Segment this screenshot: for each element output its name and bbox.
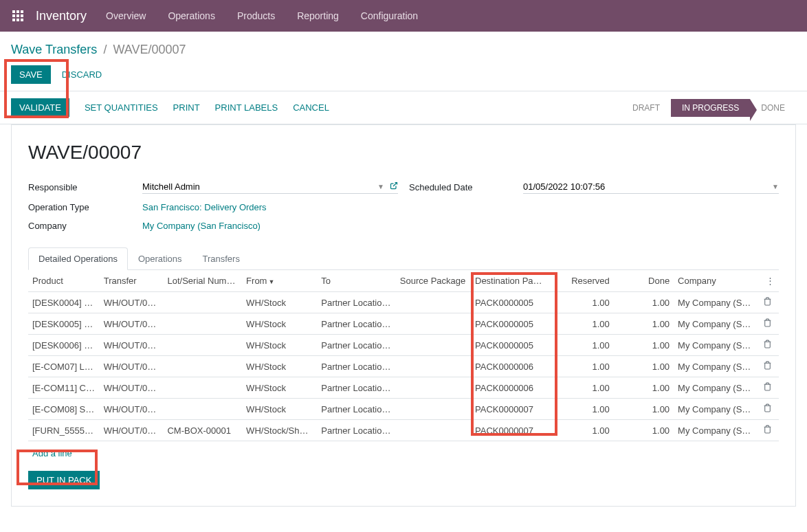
cell-company: My Company (Sa… <box>674 356 756 377</box>
cell-product: [E-COM11] Cab… <box>28 377 100 399</box>
svg-rect-6 <box>12 19 15 21</box>
scheduled-date-input[interactable] <box>523 181 772 192</box>
th-dest-package[interactable]: Destination Pa… <box>471 270 546 292</box>
cell-reserved: 1.00 <box>546 420 614 441</box>
delete-row-icon[interactable] <box>756 356 779 377</box>
cell-transfer: WH/OUT/000… <box>100 399 164 420</box>
cell-to: Partner Location… <box>317 377 396 399</box>
svg-rect-0 <box>12 10 15 13</box>
svg-line-9 <box>393 183 397 187</box>
scheduled-date-field[interactable]: ▼ <box>523 180 779 194</box>
company-link[interactable]: My Company (San Francisco) <box>142 221 261 231</box>
cell-dest-package: PACK0000006 <box>471 356 546 377</box>
cell-lot <box>163 313 242 335</box>
apps-icon[interactable] <box>11 9 25 23</box>
control-row: SAVE DISCARD <box>0 63 807 91</box>
print-labels-button[interactable]: PRINT LABELS <box>215 102 278 113</box>
cell-to: Partner Location… <box>317 292 396 313</box>
cell-from: WH/Stock <box>242 377 317 399</box>
add-line-link[interactable]: Add a line <box>32 448 72 458</box>
cell-transfer: WH/OUT/000… <box>100 356 164 377</box>
cell-from: WH/Stock <box>242 356 317 377</box>
table-row[interactable]: [E-COM11] Cab…WH/OUT/000…WH/StockPartner… <box>28 377 779 399</box>
table-row[interactable]: [FURN_5555] C…WH/OUT/000…CM-BOX-00001WH/… <box>28 420 779 441</box>
column-options-icon[interactable]: ⋮ <box>756 270 779 292</box>
cell-to: Partner Location… <box>317 420 396 441</box>
cell-source-package <box>396 292 471 313</box>
cell-done: 1.00 <box>614 292 674 313</box>
breadcrumb: Wave Transfers / WAVE/00007 <box>0 32 807 63</box>
menu-operations[interactable]: Operations <box>168 10 214 21</box>
table-row[interactable]: [E-COM08] Stor…WH/OUT/000…WH/StockPartne… <box>28 399 779 420</box>
label-operation-type: Operation Type <box>28 202 131 212</box>
cell-product: [DESK0005] Cu… <box>28 313 100 335</box>
app-brand[interactable]: Inventory <box>36 9 87 23</box>
cell-reserved: 1.00 <box>546 356 614 377</box>
svg-rect-7 <box>16 19 19 21</box>
table-row[interactable]: [E-COM07] Lar…WH/OUT/000…WH/StockPartner… <box>28 356 779 377</box>
cell-to: Partner Location… <box>317 399 396 420</box>
table-row[interactable]: [DESK0004] Cu…WH/OUT/000…WH/StockPartner… <box>28 292 779 313</box>
th-to[interactable]: To <box>317 270 396 292</box>
status-bar: DRAFT IN PROGRESS DONE <box>621 99 796 117</box>
th-lot[interactable]: Lot/Serial Num… <box>163 270 242 292</box>
tab-detailed-operations[interactable]: Detailed Operations <box>28 247 128 270</box>
th-transfer[interactable]: Transfer <box>100 270 164 292</box>
delete-row-icon[interactable] <box>756 313 779 335</box>
set-quantities-button[interactable]: SET QUANTITIES <box>85 102 158 113</box>
validate-button[interactable]: VALIDATE <box>11 98 69 117</box>
discard-button[interactable]: DISCARD <box>62 69 102 80</box>
breadcrumb-parent[interactable]: Wave Transfers <box>11 43 97 56</box>
th-reserved[interactable]: Reserved <box>546 270 614 292</box>
menu-configuration[interactable]: Configuration <box>361 10 418 21</box>
cell-product: [DESK0006] Cu… <box>28 335 100 356</box>
chevron-down-icon[interactable]: ▼ <box>772 183 779 190</box>
cell-company: My Company (Sa… <box>674 313 756 335</box>
th-source-package[interactable]: Source Package <box>396 270 471 292</box>
operation-type-link[interactable]: San Francisco: Delivery Orders <box>142 202 267 212</box>
svg-rect-1 <box>16 10 19 13</box>
breadcrumb-sep: / <box>103 43 107 56</box>
cell-reserved: 1.00 <box>546 377 614 399</box>
cell-source-package <box>396 399 471 420</box>
menu-reporting[interactable]: Reporting <box>297 10 339 21</box>
chevron-down-icon[interactable]: ▼ <box>377 183 384 190</box>
tab-transfers[interactable]: Transfers <box>192 247 250 270</box>
tab-operations[interactable]: Operations <box>128 247 192 270</box>
svg-rect-5 <box>21 14 23 17</box>
delete-row-icon[interactable] <box>756 292 779 313</box>
cancel-button[interactable]: CANCEL <box>293 102 329 113</box>
cell-done: 1.00 <box>614 399 674 420</box>
delete-row-icon[interactable] <box>756 399 779 420</box>
menu-products[interactable]: Products <box>237 10 275 21</box>
cell-company: My Company (Sa… <box>674 420 756 441</box>
cell-done: 1.00 <box>614 377 674 399</box>
sort-desc-icon: ▼ <box>268 278 274 285</box>
cell-done: 1.00 <box>614 420 674 441</box>
th-company[interactable]: Company <box>674 270 756 292</box>
table-row[interactable]: [DESK0006] Cu…WH/OUT/000…WH/StockPartner… <box>28 335 779 356</box>
th-done[interactable]: Done <box>614 270 674 292</box>
table-row[interactable]: [DESK0005] Cu…WH/OUT/000…WH/StockPartner… <box>28 313 779 335</box>
print-button[interactable]: PRINT <box>173 102 200 113</box>
menu-overview[interactable]: Overview <box>106 10 146 21</box>
put-in-pack-button[interactable]: PUT IN PACK <box>28 471 100 489</box>
svg-rect-4 <box>16 14 19 17</box>
delete-row-icon[interactable] <box>756 420 779 441</box>
cell-transfer: WH/OUT/000… <box>100 313 164 335</box>
cell-reserved: 1.00 <box>546 292 614 313</box>
cell-dest-package: PACK0000005 <box>471 313 546 335</box>
delete-row-icon[interactable] <box>756 377 779 399</box>
cell-lot <box>163 292 242 313</box>
responsible-field[interactable]: ▼ <box>142 180 398 194</box>
responsible-input[interactable] <box>142 181 377 192</box>
cell-reserved: 1.00 <box>546 399 614 420</box>
external-link-icon[interactable] <box>390 181 398 192</box>
delete-row-icon[interactable] <box>756 335 779 356</box>
th-from[interactable]: From▼ <box>242 270 317 292</box>
th-product[interactable]: Product <box>28 270 100 292</box>
save-button[interactable]: SAVE <box>11 65 51 84</box>
status-done[interactable]: DONE <box>750 99 796 117</box>
cell-to: Partner Location… <box>317 356 396 377</box>
status-in-progress[interactable]: IN PROGRESS <box>671 99 750 117</box>
